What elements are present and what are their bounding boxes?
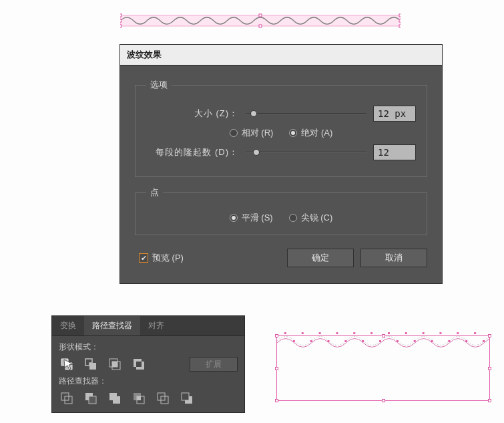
tab-pathfinder[interactable]: 路径查找器 [84,316,140,335]
size-label: 大小 (Z)： [146,108,240,120]
svg-rect-12 [112,362,117,367]
checkbox-icon: ✔ [139,253,148,263]
svg-rect-45 [448,340,450,342]
svg-rect-30 [319,332,321,334]
divide-icon[interactable] [59,391,75,406]
svg-rect-41 [414,340,416,342]
svg-rect-25 [182,393,189,400]
radio-icon [230,214,238,222]
size-mode-group: 相对 (R) 绝对 (A) [146,127,416,139]
unite-icon[interactable] [59,357,75,372]
svg-rect-43 [431,340,433,342]
ridges-input[interactable]: 12 [373,144,416,160]
svg-rect-38 [388,332,390,334]
ridges-label: 每段的隆起数 (D)： [146,146,240,158]
absolute-radio[interactable]: 绝对 (A) [289,127,332,139]
points-fieldset: 点 平滑 (S) 尖锐 (C) [135,186,427,235]
options-legend: 选项 [146,79,172,91]
svg-rect-22 [137,396,141,400]
smooth-radio[interactable]: 平滑 (S) [230,212,273,224]
svg-rect-40 [405,332,407,334]
zigzag-dialog: 波纹效果 选项 大小 (Z)： 12 px 相对 (R) 绝对 (A) [119,44,443,284]
points-mode-group: 平滑 (S) 尖锐 (C) [146,212,416,224]
svg-rect-1 [120,14,121,17]
svg-rect-2 [259,14,262,17]
svg-rect-8 [399,25,401,27]
ok-button[interactable]: 确定 [287,249,354,267]
tab-transform[interactable]: 变换 [52,316,84,335]
wavy-selection-top [120,11,401,30]
intersect-icon[interactable] [107,357,123,372]
ridges-slider[interactable] [246,148,366,157]
relative-radio[interactable]: 相对 (R) [230,127,274,139]
svg-rect-32 [336,332,338,334]
svg-rect-28 [302,332,304,334]
svg-rect-27 [293,340,295,342]
shape-modes-label: 形状模式： [59,341,238,353]
minus-back-icon[interactable] [179,391,195,406]
cancel-button[interactable]: 取消 [360,249,427,267]
svg-rect-46 [457,332,459,334]
svg-rect-31 [328,340,330,342]
svg-rect-37 [379,340,381,342]
svg-rect-44 [439,332,441,334]
svg-rect-3 [399,14,401,17]
corner-radio[interactable]: 尖锐 (C) [289,212,333,224]
preview-label: 预览 (P) [152,252,184,264]
ridges-row: 每段的隆起数 (D)： 12 [146,144,416,160]
radio-icon [289,129,297,137]
svg-rect-5 [399,19,401,22]
relative-radio-label: 相对 (R) [242,127,274,139]
points-legend: 点 [146,186,163,198]
size-input[interactable]: 12 px [373,106,416,122]
size-row: 大小 (Z)： 12 px [146,106,416,122]
dialog-title: 波纹效果 [120,45,442,65]
svg-rect-15 [136,362,142,367]
merge-icon[interactable] [107,391,123,406]
outline-icon[interactable] [155,391,171,406]
panel-tabs: 变换 路径查找器 对齐 [52,316,244,336]
pathfinder-panel: 变换 路径查找器 对齐 形状模式： 扩展 路径查找器： [51,315,245,413]
svg-rect-48 [474,332,476,334]
expand-button[interactable]: 扩展 [190,357,238,372]
svg-rect-47 [465,340,467,342]
options-fieldset: 选项 大小 (Z)： 12 px 相对 (R) 绝对 (A) [135,79,427,177]
svg-rect-26 [284,332,286,334]
svg-rect-42 [423,332,425,334]
svg-rect-49 [483,340,485,342]
exclude-icon[interactable] [131,357,147,372]
svg-rect-4 [120,19,121,22]
wavy-selection-bottom [276,335,490,401]
svg-rect-35 [362,340,364,342]
svg-rect-9 [89,363,96,370]
radio-icon [230,129,238,137]
svg-rect-19 [113,396,120,404]
trim-icon[interactable] [83,391,99,406]
size-slider[interactable] [246,109,366,118]
smooth-radio-label: 平滑 (S) [242,212,273,224]
absolute-radio-label: 绝对 (A) [301,127,332,139]
minus-front-icon[interactable] [83,357,99,372]
radio-icon [289,214,297,222]
svg-rect-18 [89,396,96,404]
svg-rect-36 [370,332,372,334]
svg-rect-39 [397,340,399,342]
crop-icon[interactable] [131,391,147,406]
svg-rect-6 [120,25,121,27]
pathfinders-label: 路径查找器： [59,376,238,387]
svg-rect-33 [344,340,346,342]
svg-rect-29 [310,340,312,342]
corner-radio-label: 尖锐 (C) [301,212,333,224]
preview-checkbox[interactable]: ✔ 预览 (P) [139,252,184,264]
svg-rect-34 [353,332,355,334]
svg-rect-7 [259,25,262,27]
tab-align[interactable]: 对齐 [140,316,172,335]
